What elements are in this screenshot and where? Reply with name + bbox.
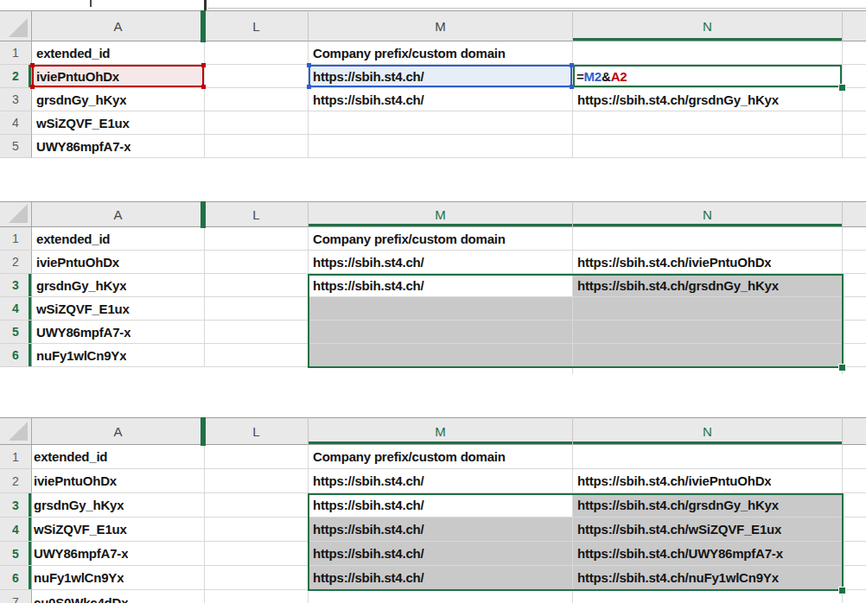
cell-partial5[interactable]: [843, 321, 866, 344]
cell-N3[interactable]: https://sbih.st4.ch/grsdnGy_hKyx: [573, 88, 843, 111]
cell-A2[interactable]: iviePntuOhDx: [32, 251, 205, 274]
row-header-7[interactable]: 7: [0, 590, 32, 603]
row-header-3[interactable]: 3: [0, 88, 32, 111]
column-header-L[interactable]: L: [205, 417, 309, 445]
cell-L6[interactable]: [205, 566, 309, 590]
cell-M1[interactable]: Company prefix/custom domain: [309, 445, 573, 469]
cell-M3[interactable]: https://sbih.st4.ch/: [309, 88, 573, 111]
cell-A4[interactable]: wSiZQVF_E1ux: [32, 297, 205, 321]
cell-A6[interactable]: nuFy1wlCn9Yx: [32, 344, 205, 367]
cell-L4[interactable]: [205, 518, 309, 542]
row-header-6[interactable]: 6: [0, 344, 32, 367]
cell-A1[interactable]: extended_id: [32, 227, 205, 251]
cell-N2[interactable]: https://sbih.st4.ch/iviePntuOhDx: [573, 251, 843, 274]
cell-M4[interactable]: https://sbih.st4.ch/: [309, 518, 573, 542]
cell-partial2[interactable]: [843, 65, 866, 88]
cell-L3[interactable]: [205, 88, 309, 111]
cell-A5[interactable]: UWY86mpfA7-x: [32, 135, 205, 158]
cell-partial1[interactable]: [843, 445, 866, 469]
cell-partial4[interactable]: [843, 111, 866, 135]
cell-L1[interactable]: [205, 41, 309, 65]
fill-handle[interactable]: [838, 587, 846, 594]
cell-partial5[interactable]: [843, 542, 866, 566]
cell-L4[interactable]: [205, 111, 309, 135]
cell-A3[interactable]: grsdnGy_hKyx: [32, 88, 205, 111]
cell-N1[interactable]: [573, 227, 843, 251]
row-header-1[interactable]: 1: [0, 227, 32, 251]
cell-M6[interactable]: [309, 344, 573, 367]
row-header-5[interactable]: 5: [0, 135, 32, 158]
cell-partial5[interactable]: [843, 135, 866, 158]
cell-L2[interactable]: [205, 469, 309, 493]
cell-partial6[interactable]: [843, 344, 866, 367]
cell-N2[interactable]: =M2&A2: [573, 65, 843, 88]
row-header-1[interactable]: 1: [0, 445, 32, 469]
cell-N3[interactable]: https://sbih.st4.ch/grsdnGy_hKyx: [573, 274, 843, 297]
row-header-4[interactable]: 4: [0, 111, 32, 135]
row-header-5[interactable]: 5: [0, 321, 32, 344]
column-header-L[interactable]: L: [205, 10, 309, 41]
cell-partial4[interactable]: [843, 297, 866, 321]
cell-N5[interactable]: [573, 135, 843, 158]
cell-L5[interactable]: [205, 321, 309, 344]
cell-A6[interactable]: nuFy1wlCn9Yx: [32, 566, 205, 590]
fill-handle[interactable]: [838, 84, 846, 92]
cell-M5[interactable]: https://sbih.st4.ch/: [309, 542, 573, 566]
column-header-N[interactable]: N: [573, 417, 843, 445]
cell-M5[interactable]: [309, 135, 573, 158]
cell-partial6[interactable]: [843, 566, 866, 590]
cell-L1[interactable]: [205, 227, 309, 251]
cell-M7[interactable]: [309, 590, 573, 603]
row-header-4[interactable]: 4: [0, 297, 32, 321]
cell-A3[interactable]: grsdnGy_hKyx: [32, 274, 205, 297]
cell-M3[interactable]: https://sbih.st4.ch/: [309, 493, 573, 518]
cell-partial3[interactable]: [843, 493, 866, 518]
cell-M1[interactable]: Company prefix/custom domain: [309, 41, 573, 65]
cell-N1[interactable]: [573, 445, 843, 469]
row-header-6[interactable]: 6: [0, 566, 32, 590]
cell-A5[interactable]: UWY86mpfA7-x: [32, 542, 205, 566]
cell-A4[interactable]: wSiZQVF_E1ux: [32, 111, 205, 135]
cell-M4[interactable]: [309, 111, 573, 135]
cell-L5[interactable]: [205, 542, 309, 566]
cell-M1[interactable]: Company prefix/custom domain: [309, 227, 573, 251]
cell-N5[interactable]: [573, 321, 843, 344]
cell-M5[interactable]: [309, 321, 573, 344]
cell-L2[interactable]: [205, 65, 309, 88]
row-header-4[interactable]: 4: [0, 518, 32, 542]
cell-partial1[interactable]: [843, 41, 866, 65]
cell-M2[interactable]: https://sbih.st4.ch/: [309, 469, 573, 493]
row-header-2[interactable]: 2: [0, 251, 32, 274]
row-header-2[interactable]: 2: [0, 65, 32, 88]
cell-A5[interactable]: UWY86mpfA7-x: [32, 321, 205, 344]
cell-L2[interactable]: [205, 251, 309, 274]
row-header-3[interactable]: 3: [0, 274, 32, 297]
select-all-corner[interactable]: [0, 417, 32, 445]
cell-partial1[interactable]: [843, 227, 866, 251]
cell-N6[interactable]: https://sbih.st4.ch/nuFy1wlCn9Yx: [573, 566, 843, 590]
cell-N4[interactable]: [573, 111, 843, 135]
cell-M2[interactable]: https://sbih.st4.ch/: [309, 65, 573, 88]
cell-N4[interactable]: https://sbih.st4.ch/wSiZQVF_E1ux: [573, 518, 843, 542]
select-all-corner[interactable]: [0, 10, 32, 41]
fill-handle[interactable]: [838, 364, 846, 372]
row-header-3[interactable]: 3: [0, 493, 32, 518]
column-header-M[interactable]: M: [309, 201, 573, 227]
cell-L4[interactable]: [205, 297, 309, 321]
column-header-A[interactable]: A: [32, 201, 205, 227]
column-header-A[interactable]: A: [32, 10, 205, 41]
row-header-5[interactable]: 5: [0, 542, 32, 566]
cell-L3[interactable]: [205, 274, 309, 297]
cell-N2[interactable]: https://sbih.st4.ch/iviePntuOhDx: [573, 469, 843, 493]
cell-partial3[interactable]: [843, 274, 866, 297]
cell-M4[interactable]: [309, 297, 573, 321]
cell-partial2[interactable]: [843, 251, 866, 274]
cell-N6[interactable]: [573, 344, 843, 367]
cell-N4[interactable]: [573, 297, 843, 321]
cell-M6[interactable]: https://sbih.st4.ch/: [309, 566, 573, 590]
cell-partial2[interactable]: [843, 469, 866, 493]
cell-A7[interactable]: cu0S0Wkc4dDx: [32, 590, 205, 603]
cell-partial3[interactable]: [843, 88, 866, 111]
cell-L1[interactable]: [205, 445, 309, 469]
cell-partial4[interactable]: [843, 518, 866, 542]
